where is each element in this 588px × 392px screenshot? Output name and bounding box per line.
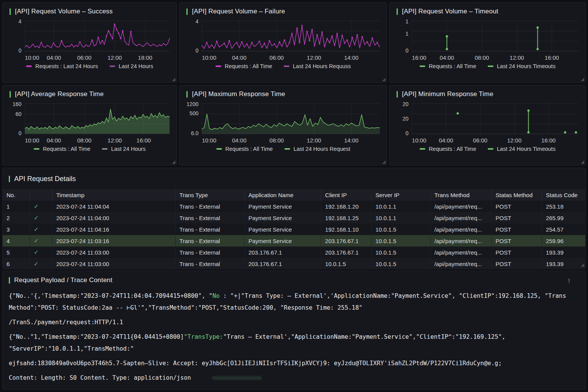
legend-item[interactable]: Requests : All Time xyxy=(216,146,273,152)
table-header-row: No. Timestamp Trans Type Application Nam… xyxy=(3,189,585,201)
cell-statas-method: POST xyxy=(492,247,542,258)
chart-plot[interactable] xyxy=(202,21,380,51)
x-axis: 10:0004:0006:0012:0018:00 xyxy=(25,53,170,62)
chart-plot[interactable] xyxy=(25,21,170,51)
legend-item[interactable]: Last 24 Hours Request xyxy=(284,146,350,152)
legend-swatch xyxy=(420,65,425,67)
legend-label: Requests : All Time xyxy=(429,63,476,69)
panel-header[interactable]: [API] Minimum Response Time xyxy=(397,90,578,98)
col-header-trans-type[interactable]: Trans Type xyxy=(175,189,244,201)
table-row[interactable]: 6✓2023-07-24 11:03:00Trans - External203… xyxy=(3,258,585,270)
y-axis-tick-label: 1 xyxy=(405,18,408,24)
chart-canvas xyxy=(25,21,170,51)
chart-plot[interactable] xyxy=(412,21,578,51)
x-axis-tick-label: 16:00 xyxy=(545,54,559,61)
panel-resize-handle[interactable] xyxy=(581,78,584,81)
panel-resize-handle[interactable] xyxy=(581,263,584,267)
legend-item[interactable]: Last 24 Hours Requuss xyxy=(284,63,351,69)
cell-status-code: 193.39 xyxy=(542,247,585,258)
payload-text: {"No..'{,'Timestamp:"2023-07-24T11:04:04… xyxy=(9,292,212,299)
panel-header[interactable]: [API] Request Volume – Success xyxy=(10,8,170,15)
cell-statas-method: POST xyxy=(492,201,542,212)
panel-accent-bar xyxy=(9,277,10,284)
payload-text: : "+|"Trans Type: – External','Applicati… xyxy=(220,292,566,299)
chart-legend: Requests : All TimeLast 24 Hours Timeout… xyxy=(397,63,578,69)
x-axis-tick-label: 12:00 xyxy=(307,54,321,61)
col-header-trans-method[interactable]: Trans Method xyxy=(430,189,492,201)
y-axis-tick-label: 0 xyxy=(405,47,408,54)
table-row[interactable]: 4✓2023-07-24 11:03:16Trans - ExternalPay… xyxy=(3,235,585,247)
panel-header[interactable]: API Request Details xyxy=(3,172,585,189)
panel-average-response-time: [API] Average Response Time 160600 10:00… xyxy=(2,85,177,165)
col-header-status-check[interactable] xyxy=(30,189,52,201)
table-row[interactable]: 2✓2023-07-24 11:04:00Trans - ExternalPay… xyxy=(3,212,585,224)
cell-status-code: 259.96 xyxy=(542,235,585,247)
cell-no: 5 xyxy=(3,247,30,258)
legend-item[interactable]: Requests : All Time xyxy=(420,146,476,152)
col-header-status-code[interactable]: Status Code xyxy=(542,189,585,201)
legend-swatch xyxy=(488,148,493,150)
legend-item[interactable]: Requests : All Time xyxy=(420,63,476,69)
cell-trans-method: /api/payment/req... xyxy=(430,247,492,258)
panel-accent-bar xyxy=(186,91,188,98)
panel-maximum-response-time: [API] Maximum Response Time 12005006.0 1… xyxy=(179,85,387,165)
cell-application-name: Payment Service xyxy=(244,212,321,224)
cell-status-code: 193.39 xyxy=(542,258,585,270)
cell-status-code: 265.99 xyxy=(542,212,585,224)
x-axis: 10:0004:0008:0012:0014:00 xyxy=(202,136,380,145)
panel-resize-handle[interactable] xyxy=(172,160,175,164)
panel-header[interactable]: [API] Request Volume – Timeout xyxy=(397,8,578,15)
panel-title: [API] Request Volume – Success xyxy=(15,8,113,15)
table-row[interactable]: 3✓2023-07-24 11:04:16Trans - ExternalPay… xyxy=(3,224,585,235)
chart-plot[interactable] xyxy=(412,103,578,134)
chart-plot[interactable] xyxy=(202,103,380,134)
cell-timestamp: 2023-07-24 11:04:00 xyxy=(52,212,176,224)
x-axis-tick-label: 04:00 xyxy=(47,54,61,61)
cell-client-ip: 10.0.1.5 xyxy=(321,258,372,270)
x-axis-tick-label: 06:00 xyxy=(77,54,91,61)
payload-keyword: "TransType: xyxy=(184,333,223,340)
legend-item[interactable]: Last 24 Hours Timeouts xyxy=(488,146,555,152)
y-axis-tick-label: 1200 xyxy=(186,101,198,107)
payload-line: {"No..'{,'Timestamp:"2023-07-24T11:04:04… xyxy=(9,290,579,302)
legend-swatch xyxy=(34,148,39,150)
panel-header[interactable]: [API] Request Volume – Failure xyxy=(186,8,380,15)
panel-accent-bar xyxy=(397,8,398,15)
x-axis-tick-label: 16:00 xyxy=(541,137,556,144)
legend-item[interactable]: Requests : All Time xyxy=(216,63,272,69)
y-axis-tick-label: 0 xyxy=(18,130,21,136)
x-axis-tick-label: 06:00 xyxy=(473,137,488,144)
panel-resize-handle[interactable] xyxy=(382,160,385,164)
cell-application-name: Payment Service xyxy=(244,235,321,247)
legend-item[interactable]: Last 24 Hours xyxy=(109,63,153,69)
cell-trans-method: /api/payment/req... xyxy=(430,212,492,224)
legend-item[interactable]: Last 24 Hours xyxy=(102,146,145,152)
table-row[interactable]: 5✓2023-07-24 11:03:00Trans - External203… xyxy=(3,247,585,258)
table-row[interactable]: 1✓2023-07-24 11:04:04Trans - ExternalPay… xyxy=(3,201,585,212)
panel-header[interactable]: [API] Average Response Time xyxy=(10,90,170,98)
legend-item[interactable]: Requests : Last 24 Hours xyxy=(26,63,98,69)
col-header-statas-method[interactable]: Statas Method xyxy=(492,189,542,201)
cell-trans-type: Trans - External xyxy=(175,224,244,235)
chart-canvas xyxy=(202,21,380,51)
col-header-no[interactable]: No. xyxy=(3,189,30,201)
col-header-client-ip[interactable]: Client IP xyxy=(321,189,372,201)
panel-api-request-details: API Request Details No. Timestamp Trans … xyxy=(2,168,586,268)
chart-plot[interactable] xyxy=(25,103,170,134)
y-axis-tick-label: 4 xyxy=(196,18,199,24)
panel-header[interactable]: Request Payload / Trace Content xyxy=(9,276,579,284)
panel-resize-handle[interactable] xyxy=(172,78,175,81)
col-header-timestamp[interactable]: Timestamp xyxy=(52,189,176,201)
legend-item[interactable]: Last 24 Hours Timeouts xyxy=(488,63,555,69)
cell-status-check: ✓ xyxy=(30,235,52,247)
cell-status-check: ✓ xyxy=(30,212,52,224)
legend-swatch xyxy=(109,65,115,67)
x-axis: 16:0004:0008:0012:0016:00 xyxy=(412,53,578,62)
col-header-server-ip[interactable]: Server IP xyxy=(371,189,430,201)
panel-header[interactable]: [API] Maximum Response Time xyxy=(186,90,380,98)
panel-resize-handle[interactable] xyxy=(581,160,584,164)
legend-item[interactable]: Requests : All Time xyxy=(34,146,90,152)
col-header-application-name[interactable]: Application Name xyxy=(244,189,321,201)
legend-label: Requests : All Time xyxy=(225,63,272,69)
panel-resize-handle[interactable] xyxy=(382,78,385,81)
